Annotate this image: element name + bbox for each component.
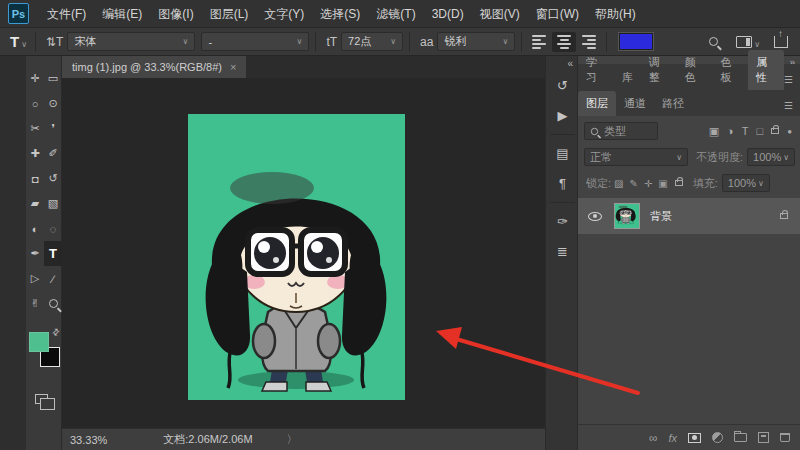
menu-edit[interactable]: 编辑(E) [94,0,150,28]
tab-learn[interactable]: 学习 [578,50,614,90]
brush-settings-panel-icon[interactable]: ✑ [546,214,579,229]
layer-lock-icon[interactable] [780,213,788,219]
type-tool[interactable]: T [44,241,62,266]
delete-layer-icon[interactable] [780,433,790,442]
lock-transparent-pixels-icon[interactable]: ▨ [614,178,623,189]
layer-thumbnail[interactable] [614,203,640,229]
brushes-panel-icon[interactable]: ≣ [546,244,579,259]
layer-row-background[interactable]: 背景 [578,198,800,234]
opacity-field[interactable]: 100% ∨ [747,148,795,166]
crop-tool[interactable]: ✂ [26,116,44,141]
history-panel-icon[interactable]: ↺ [546,78,579,93]
foreground-color-swatch[interactable] [29,332,49,352]
share-icon[interactable] [774,36,788,48]
lock-position-icon[interactable]: ✛ [644,178,652,189]
menu-view[interactable]: 视图(V) [472,0,528,28]
panel-menu-icon[interactable]: ☰ [784,74,792,85]
photoshop-logo[interactable]: Ps [8,3,29,24]
tab-color[interactable]: 颜色 [677,50,713,90]
layer-filter-type-select[interactable]: 类型 [584,122,658,140]
dodge-tool[interactable]: ◐ [26,216,44,241]
shape-layer-filter-icon[interactable]: □ [757,125,764,137]
screen-mode-icon[interactable] [35,394,48,404]
actions-panel-icon[interactable]: ▶ [546,108,579,123]
menu-select[interactable]: 选择(S) [312,0,368,28]
text-orientation-icon[interactable]: ⇅T [46,35,63,49]
eraser-tool[interactable]: ▰ [26,191,44,216]
layers-panel-menu-icon[interactable]: ☰ [784,100,792,111]
history-brush-tool[interactable]: ↺ [44,166,62,191]
tab-adjustments[interactable]: 调整 [641,50,677,90]
menu-help[interactable]: 帮助(H) [587,0,644,28]
menu-layer[interactable]: 图层(L) [202,0,257,28]
text-color-swatch[interactable] [619,33,653,50]
lasso-tool[interactable]: ○ [26,91,44,116]
align-right-button[interactable] [576,32,600,52]
eyedropper-tool[interactable]: ❜ [44,116,62,141]
tab-paths[interactable]: 路径 [654,91,692,116]
blur-tool[interactable]: ◌ [44,216,62,241]
align-left-button[interactable] [528,32,552,52]
layer-visibility-eye-icon[interactable] [588,212,602,221]
zoom-tool[interactable] [44,291,62,316]
align-center-button[interactable] [552,32,576,52]
menu-image[interactable]: 图像(I) [150,0,201,28]
pixel-layer-filter-icon[interactable]: ▣ [709,125,719,138]
path-selection-tool[interactable]: ▷ [26,266,44,291]
layer-name[interactable]: 背景 [650,209,672,224]
tab-swatches[interactable]: 色板 [712,50,748,90]
document-image[interactable] [188,114,405,400]
menu-file[interactable]: 文件(F) [39,0,94,28]
new-layer-icon[interactable] [758,432,769,443]
type-tool-icon[interactable]: T [10,33,19,50]
search-icon[interactable] [709,37,718,46]
link-layers-icon[interactable]: ∞ [649,431,658,445]
type-layer-filter-icon[interactable]: T [742,125,749,137]
quick-selection-tool[interactable]: ⊙ [44,91,62,116]
tab-channels[interactable]: 通道 [616,91,654,116]
blend-mode-select[interactable]: 正常 ∨ [584,148,688,166]
zoom-level-field[interactable]: 33.33% [70,434,107,446]
collapse-panels-icon[interactable]: « [567,58,572,69]
tab-layers[interactable]: 图层 [578,91,616,116]
menu-filter[interactable]: 滤镜(T) [368,0,423,28]
hand-tool[interactable]: ✌ [26,291,44,316]
healing-brush-tool[interactable]: ✚ [26,141,44,166]
menu-type[interactable]: 文字(Y) [256,0,312,28]
paragraph-panel-icon[interactable]: ¶ [546,176,579,191]
tab-libraries[interactable]: 库 [614,65,641,90]
character-panel-icon[interactable]: ▤ [546,146,579,161]
marquee-tool[interactable]: ▭ [44,66,62,91]
tool-preset-caret-icon[interactable]: ∨ [21,40,27,49]
fill-field[interactable]: 100% ∨ [722,174,770,192]
brush-tool[interactable]: ✐ [44,141,62,166]
move-tool[interactable]: ✛ [26,66,44,91]
paint-bucket-tool[interactable]: ▧ [44,191,62,216]
clone-stamp-tool[interactable]: ◘ [26,166,44,191]
tab-properties[interactable]: 属性 [748,50,784,90]
canvas-area[interactable] [62,78,545,428]
font-family-select[interactable]: 宋体∨ [67,32,195,51]
filter-toggle-icon[interactable]: ● [787,127,792,136]
document-tab[interactable]: timg (1).jpg @ 33.3%(RGB/8#) × [62,56,246,78]
font-style-select[interactable]: -∨ [201,32,309,51]
font-size-select[interactable]: 72点∨ [341,32,403,51]
anti-alias-select[interactable]: 锐利∨ [437,32,515,51]
line-tool[interactable]: ∕ [44,266,62,291]
close-tab-icon[interactable]: × [230,61,236,73]
adjustment-layer-filter-icon[interactable]: ◑ [727,125,734,137]
add-layer-mask-icon[interactable] [688,433,701,443]
menu-3d[interactable]: 3D(D) [424,0,472,28]
smart-object-filter-icon[interactable] [771,128,779,134]
workspace-caret-icon[interactable]: ∨ [754,40,760,49]
swap-colors-icon[interactable]: ⇄ [50,326,62,338]
lock-image-pixels-icon[interactable]: ✎ [630,178,638,189]
new-adjustment-layer-icon[interactable] [712,432,723,443]
lock-all-icon[interactable] [675,180,683,186]
layer-style-fx-icon[interactable]: fx [668,432,677,444]
pen-tool[interactable]: ✒ [26,241,44,266]
status-chevron-icon[interactable]: 〉 [287,432,298,447]
menu-window[interactable]: 窗口(W) [528,0,587,28]
lock-artboard-icon[interactable]: ▣ [658,178,667,189]
workspace-switcher-icon[interactable] [736,36,752,48]
